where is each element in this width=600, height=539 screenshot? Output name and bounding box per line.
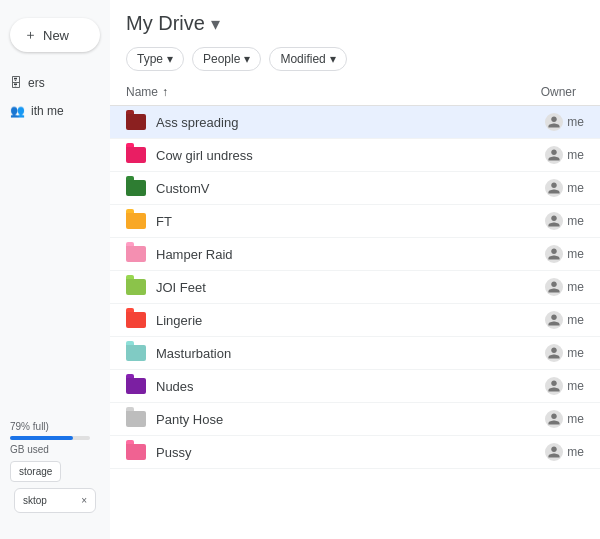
owner-cell: me [484,377,584,395]
owner-avatar [545,212,563,230]
table-header: Name ↑ Owner [110,79,600,106]
table-row[interactable]: Panty Hose me [110,403,600,436]
folder-icon [126,312,146,328]
owner-name: me [567,115,584,129]
filter-bar: Type ▾ People ▾ Modified ▾ [110,43,600,79]
owner-avatar [545,443,563,461]
filter-people[interactable]: People ▾ [192,47,261,71]
desktop-label: sktop [23,495,47,506]
table-row[interactable]: Nudes me [110,370,600,403]
file-name: CustomV [156,181,484,196]
table-row[interactable]: CustomV me [110,172,600,205]
desktop-notification: sktop × [14,488,96,513]
storage-button[interactable]: storage [10,461,61,482]
owner-name: me [567,346,584,360]
sort-icon: ↑ [162,85,168,99]
table-row[interactable]: Lingerie me [110,304,600,337]
owner-avatar [545,311,563,329]
folder-icon [126,246,146,262]
filter-type-arrow: ▾ [167,52,173,66]
file-name: Hamper Raid [156,247,484,262]
plus-icon: ＋ [24,26,37,44]
folder-icon [126,114,146,130]
owner-avatar [545,113,563,131]
table-row[interactable]: Hamper Raid me [110,238,600,271]
storage-used: GB used [10,444,100,455]
folder-icon [126,411,146,427]
col-owner-header: Owner [484,85,584,99]
owner-cell: me [484,146,584,164]
storage-label: 79% full) [10,421,100,432]
filter-modified[interactable]: Modified ▾ [269,47,346,71]
owner-cell: me [484,311,584,329]
owner-cell: me [484,443,584,461]
table-row[interactable]: Ass spreading me [110,106,600,139]
storage-bar-bg [10,436,90,440]
file-table: Name ↑ Owner Ass spreading me Cow girl u… [110,79,600,539]
folder-icon [126,444,146,460]
owner-name: me [567,214,584,228]
owner-cell: me [484,278,584,296]
owner-cell: me [484,113,584,131]
owner-name: me [567,445,584,459]
owner-avatar [545,278,563,296]
file-name: Lingerie [156,313,484,328]
table-row[interactable]: Masturbation me [110,337,600,370]
page-title: My Drive [126,12,205,35]
owner-avatar [545,410,563,428]
filter-people-arrow: ▾ [244,52,250,66]
owner-avatar [545,245,563,263]
owner-avatar [545,377,563,395]
table-row[interactable]: FT me [110,205,600,238]
new-button[interactable]: ＋ New [10,18,100,52]
filter-people-label: People [203,52,240,66]
title-dropdown-icon[interactable]: ▾ [211,13,220,35]
sidebar-item-shared[interactable]: 👥 ith me [0,98,110,124]
table-row[interactable]: Cow girl undress me [110,139,600,172]
owner-avatar [545,179,563,197]
owner-name: me [567,247,584,261]
file-name: JOI Feet [156,280,484,295]
folder-icon [126,147,146,163]
table-row[interactable]: JOI Feet me [110,271,600,304]
file-name: Cow girl undress [156,148,484,163]
filter-modified-label: Modified [280,52,325,66]
folder-icon [126,378,146,394]
name-col-label: Name [126,85,158,99]
sidebar-item-ers[interactable]: 🗄 ers [0,70,110,96]
sidebar-storage: 79% full) GB used storage sktop × [0,411,110,529]
owner-avatar [545,344,563,362]
file-name: Ass spreading [156,115,484,130]
owner-name: me [567,181,584,195]
file-name: FT [156,214,484,229]
owner-avatar [545,146,563,164]
owner-cell: me [484,245,584,263]
owner-name: me [567,280,584,294]
owner-cell: me [484,344,584,362]
folder-icon [126,345,146,361]
owner-cell: me [484,410,584,428]
owner-name: me [567,379,584,393]
file-name: Panty Hose [156,412,484,427]
close-icon[interactable]: × [81,495,87,506]
sidebar: ＋ New 🗄 ers 👥 ith me 79% full) GB used s… [0,0,110,539]
folder-icon [126,213,146,229]
filter-type-label: Type [137,52,163,66]
owner-name: me [567,148,584,162]
table-row[interactable]: Pussy me [110,436,600,469]
folder-icon [126,180,146,196]
shared-icon: 👥 [10,104,25,118]
file-name: Pussy [156,445,484,460]
owner-cell: me [484,179,584,197]
drive-icon: 🗄 [10,76,22,90]
col-name-header[interactable]: Name ↑ [126,85,484,99]
filter-type[interactable]: Type ▾ [126,47,184,71]
file-name: Nudes [156,379,484,394]
owner-name: me [567,313,584,327]
owner-cell: me [484,212,584,230]
main-content: My Drive ▾ Type ▾ People ▾ Modified ▾ Na… [110,0,600,539]
file-rows-container: Ass spreading me Cow girl undress me Cus… [110,106,600,469]
file-name: Masturbation [156,346,484,361]
storage-bar-fill [10,436,73,440]
filter-modified-arrow: ▾ [330,52,336,66]
